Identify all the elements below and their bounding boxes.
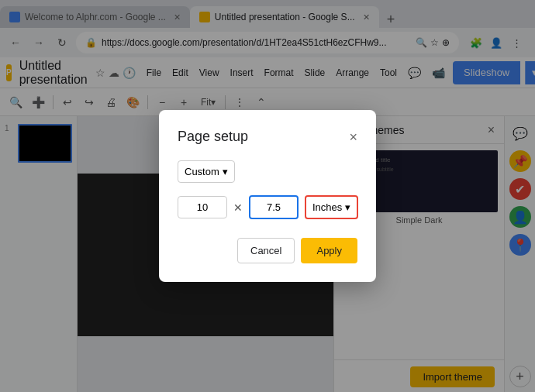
apply-button[interactable]: Apply	[301, 238, 357, 263]
width-input[interactable]	[178, 196, 227, 218]
modal-actions: Cancel Apply	[178, 238, 357, 263]
preset-label: Custom	[185, 166, 219, 177]
unit-dropdown-icon: ▾	[345, 201, 350, 213]
height-input[interactable]	[249, 195, 299, 219]
cancel-button[interactable]: Cancel	[237, 238, 295, 263]
page-setup-modal: Page setup × Custom ▾ ✕ Inches ▾ Cancel …	[159, 110, 376, 282]
preset-select[interactable]: Custom ▾	[178, 160, 235, 183]
dimension-x-separator: ✕	[233, 201, 243, 214]
preset-row: Custom ▾	[178, 160, 357, 183]
preset-dropdown-icon: ▾	[223, 166, 228, 177]
modal-title: Page setup	[178, 129, 248, 145]
modal-header: Page setup ×	[178, 129, 357, 145]
modal-close-button[interactable]: ×	[349, 130, 357, 144]
unit-label: Inches	[312, 201, 342, 213]
dimensions-row: ✕ Inches ▾	[178, 195, 357, 219]
modal-overlay[interactable]: Page setup × Custom ▾ ✕ Inches ▾ Cancel …	[0, 0, 535, 392]
unit-select[interactable]: Inches ▾	[305, 195, 358, 219]
